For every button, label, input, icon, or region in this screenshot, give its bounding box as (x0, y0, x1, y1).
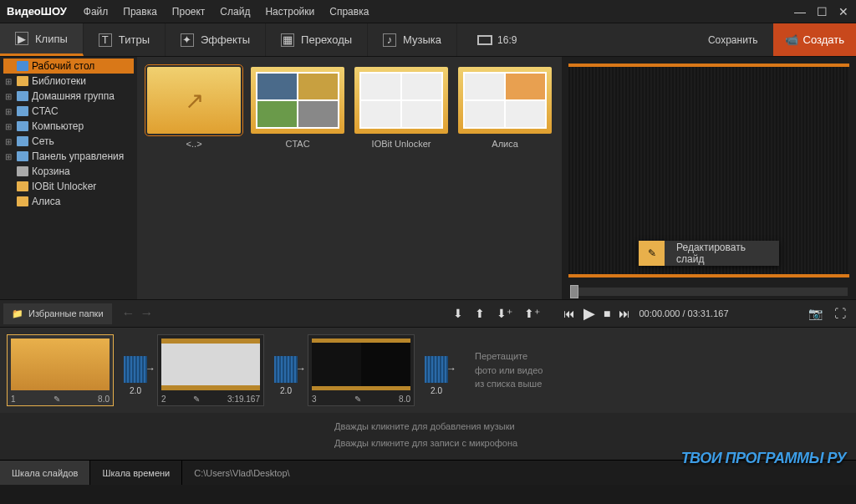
app-logo: ВидеоШОУ (7, 5, 67, 18)
file-browser: ↗ <..> CTAC IOBit Unlocker Алиса (137, 57, 562, 299)
menu-project[interactable]: Проект (166, 3, 212, 21)
tab-transitions[interactable]: ▦Переходы (266, 23, 368, 56)
tab-music[interactable]: ♪Музыка (368, 23, 457, 56)
tree-trash[interactable]: Корзина (3, 164, 134, 179)
fullscreen-button[interactable]: ⛶ (834, 307, 846, 320)
folder-icon (17, 196, 28, 206)
tab-effects[interactable]: ✦Эффекты (166, 23, 266, 56)
tree-computer[interactable]: ⊞Компьютер (3, 119, 134, 134)
folder-icon (17, 181, 28, 191)
slide-3[interactable]: 3✎8.0 (308, 334, 415, 406)
camera-icon: 📹 (785, 33, 798, 46)
seek-bar[interactable] (570, 288, 848, 296)
minimize-button[interactable]: — (794, 5, 806, 18)
trash-icon (17, 166, 28, 176)
transition-2[interactable]: 2.0 (269, 345, 303, 395)
tree-homegroup[interactable]: ⊞Домашняя группа (3, 89, 134, 104)
favorites-button[interactable]: 📁Избранные папки (3, 303, 112, 324)
stop-button[interactable]: ■ (604, 307, 610, 320)
window-controls: — ☐ ✕ (794, 5, 849, 18)
top-tabbar: ▶Клипы TТитры ✦Эффекты ▦Переходы ♪Музыка… (0, 23, 856, 57)
thumb-iobit[interactable]: IOBit Unlocker (354, 67, 448, 149)
import-multi-up-icon[interactable]: ⬆⁺ (524, 307, 540, 320)
transition-1[interactable]: 2.0 (119, 345, 152, 395)
main-menu: Файл Правка Проект Слайд Настройки Справ… (77, 3, 376, 21)
current-path: C:\Users\Vlad\Desktop\ (182, 461, 301, 485)
wand-icon: ✦ (181, 33, 194, 47)
tree-libraries[interactable]: ⊞Библиотеки (3, 74, 134, 89)
tree-control-panel[interactable]: ⊞Панель управления (3, 149, 134, 164)
tree-alice[interactable]: Алиса (3, 194, 134, 209)
play-button[interactable]: ▶ (583, 304, 595, 323)
homegroup-icon (17, 91, 28, 101)
edit-icon[interactable]: ✎ (54, 395, 60, 404)
menu-file[interactable]: Файл (77, 3, 115, 21)
play-icon: ▶ (15, 32, 28, 45)
slide-1[interactable]: 1✎8.0 (7, 334, 114, 406)
menu-help[interactable]: Справка (323, 3, 375, 21)
desktop-icon (17, 61, 28, 71)
tab-titles[interactable]: TТитры (84, 23, 166, 56)
timecode: 00:00.000 / 03:31.167 (639, 308, 728, 318)
seek-knob[interactable] (570, 285, 578, 298)
aspect-icon (477, 35, 492, 45)
edit-icon[interactable]: ✎ (193, 395, 200, 404)
thumb-alice[interactable]: Алиса (458, 67, 552, 149)
folder-icon (17, 76, 28, 86)
playback-toolbar: ⏮ ▶ ■ ⏭ 00:00.000 / 03:31.167 📷 ⛶ (560, 299, 856, 328)
browser-toolbar: 📁Избранные папки ← → ⬇ ⬆ ⬇⁺ ⬆⁺ (0, 299, 560, 328)
nav-forward[interactable]: → (140, 306, 154, 321)
menu-edit[interactable]: Правка (116, 3, 164, 21)
tab-time-scale[interactable]: Шкала времени (90, 461, 182, 485)
pencil-icon: ✎ (639, 241, 665, 266)
import-down-icon[interactable]: ⬇ (453, 307, 463, 320)
music-track-hint[interactable]: Дважды кликните для добавления музыки (334, 418, 856, 435)
menu-slide[interactable]: Слайд (213, 3, 257, 21)
watermark: ТВОИ ПРОГРАММЫ РУ (681, 450, 846, 467)
menu-settings[interactable]: Настройки (258, 3, 321, 21)
edit-slide-button[interactable]: ✎ Редактировать слайд (639, 241, 779, 266)
timeline-hint: Перетащите фото или видео из списка выше (475, 349, 543, 391)
transition-3[interactable]: 2.0 (420, 345, 453, 395)
slide-2[interactable]: 2✎3:19.167 (157, 334, 264, 406)
close-button[interactable]: ✕ (838, 5, 849, 18)
folder-tree: Рабочий стол ⊞Библиотеки ⊞Домашняя групп… (0, 57, 137, 299)
up-arrow-icon: ↗ (185, 87, 204, 115)
snapshot-button[interactable]: 📷 (808, 307, 823, 320)
tree-network[interactable]: ⊞Сеть (3, 134, 134, 149)
import-up-icon[interactable]: ⬆ (475, 307, 485, 320)
prev-button[interactable]: ⏮ (563, 307, 575, 320)
computer-icon (17, 121, 28, 131)
user-icon (17, 106, 28, 116)
save-button[interactable]: Сохранить (693, 23, 773, 56)
control-icon (17, 151, 28, 161)
maximize-button[interactable]: ☐ (816, 5, 828, 18)
preview-canvas: ✎ Редактировать слайд (568, 64, 849, 277)
timeline: 1✎8.0 2.0 2✎3:19.167 2.0 3✎8.0 2.0 Перет… (0, 328, 856, 413)
preview-panel: ✎ Редактировать слайд (562, 57, 856, 299)
transition-icon (274, 356, 298, 383)
thumb-up[interactable]: ↗ <..> (147, 67, 241, 149)
tree-ctac[interactable]: ⊞CTAC (3, 104, 134, 119)
music-icon: ♪ (383, 33, 396, 47)
tab-clips[interactable]: ▶Клипы (0, 23, 84, 56)
next-button[interactable]: ⏭ (619, 307, 630, 320)
transition-icon (425, 356, 448, 383)
tree-desktop[interactable]: Рабочий стол (3, 59, 134, 74)
tree-iobit[interactable]: IOBit Unlocker (3, 179, 134, 194)
titlebar: ВидеоШОУ Файл Правка Проект Слайд Настро… (0, 0, 856, 23)
film-icon: ▦ (281, 33, 294, 47)
create-button[interactable]: 📹Создать (773, 23, 856, 56)
import-multi-down-icon[interactable]: ⬇⁺ (497, 307, 512, 320)
network-icon (17, 136, 28, 146)
transition-icon (124, 356, 147, 383)
tab-slide-scale[interactable]: Шкала слайдов (0, 461, 90, 485)
folder-star-icon: 📁 (12, 308, 23, 319)
edit-icon[interactable]: ✎ (354, 395, 361, 404)
text-icon: T (99, 33, 112, 47)
aspect-ratio[interactable]: 16:9 (466, 23, 528, 56)
thumb-ctac[interactable]: CTAC (251, 67, 344, 149)
nav-back[interactable]: ← (122, 306, 135, 321)
mic-track-hint[interactable]: Дважды кликните для записи с микрофона (334, 435, 856, 451)
